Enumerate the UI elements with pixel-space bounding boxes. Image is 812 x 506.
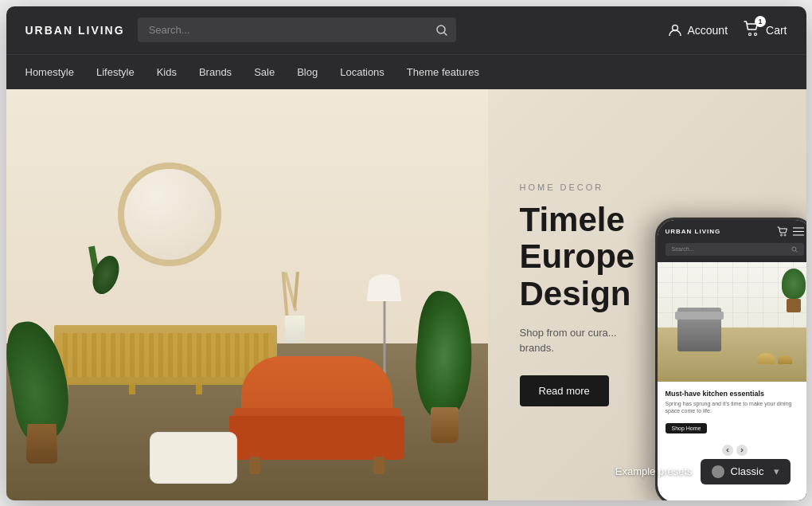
preset-selected-label: Classic — [731, 465, 764, 477]
nav-item-lifestyle[interactable]: Lifestyle — [96, 63, 135, 81]
nav-item-locations[interactable]: Locations — [340, 63, 385, 81]
preset-dropdown[interactable]: Classic ▾ — [701, 459, 791, 484]
account-button[interactable]: Account — [668, 23, 728, 37]
plant-leaves-right — [411, 289, 478, 421]
nav-item-homestyle[interactable]: Homestyle — [25, 63, 74, 81]
hero-subtitle: HOME DECOR — [520, 182, 783, 192]
search-wrapper — [138, 18, 456, 42]
preset-dot — [712, 465, 724, 478]
phone-next-button[interactable] — [736, 445, 748, 456]
browser-window: URBAN LIVING Account — [6, 6, 806, 500]
phone-mockup: URBAN LIVING — [655, 218, 806, 500]
phone-hero-image — [658, 262, 806, 382]
svg-point-3 — [749, 33, 751, 36]
plant-right — [408, 268, 480, 459]
svg-point-5 — [780, 234, 782, 236]
trailing-leaves — [88, 252, 123, 297]
nav-bar: Homestyle Lifestyle Kids Brands Sale Blo… — [6, 54, 806, 89]
nav-item-theme-features[interactable]: Theme features — [407, 63, 479, 81]
bowl2 — [778, 355, 792, 364]
search-input[interactable] — [138, 18, 456, 42]
vase-pampas — [277, 272, 317, 343]
phone-prev-button[interactable] — [722, 445, 733, 456]
phone-search-bar: Search... — [658, 243, 806, 262]
chair-seat — [229, 416, 404, 460]
main-content: HOME DECOR Timele Europe Design Shop fro… — [6, 89, 806, 500]
lamp-shade — [367, 274, 402, 301]
hero-section: HOME DECOR Timele Europe Design Shop fro… — [6, 89, 806, 500]
phone-brand: URBAN LIVING — [666, 228, 721, 235]
nav-item-brands[interactable]: Brands — [199, 63, 232, 81]
cart-badge: 1 — [755, 16, 766, 27]
phone-plant-pot — [787, 299, 801, 312]
search-button[interactable] — [435, 24, 448, 37]
header-actions: Account 1 Cart — [668, 21, 787, 39]
hero-image-panel — [6, 89, 488, 500]
phone-search-display: Search... — [666, 243, 804, 256]
phone-search-placeholder: Search... — [672, 246, 694, 252]
phone-nav: URBAN LIVING — [658, 220, 806, 243]
ottoman-body — [150, 432, 237, 484]
cart-label: Cart — [766, 24, 787, 37]
trailing-plant — [94, 255, 126, 303]
brand-logo: URBAN LIVING — [25, 24, 125, 37]
phone-nav-icons — [777, 226, 804, 237]
phone-cart-icon — [777, 226, 788, 237]
ottoman — [150, 432, 237, 484]
phone-card-text: Spring has sprung and it's time to make … — [666, 400, 804, 414]
account-label: Account — [687, 24, 728, 37]
nav-item-sale[interactable]: Sale — [254, 63, 275, 81]
phone-prev-icon — [724, 447, 731, 453]
mirror-decor — [118, 163, 221, 266]
site-header: URBAN LIVING Account — [6, 6, 806, 89]
espresso-machine — [677, 308, 721, 359]
sideboard-leg — [196, 385, 202, 394]
cart-button[interactable]: 1 Cart — [744, 21, 787, 39]
account-icon — [668, 23, 682, 37]
plant-left — [6, 296, 86, 480]
phone-next-icon — [739, 447, 745, 453]
machine-top — [675, 312, 724, 320]
pampas-stem2 — [293, 272, 299, 308]
top-bar: URBAN LIVING Account — [6, 6, 806, 54]
svg-line-1 — [443, 32, 447, 35]
chair-leg-right — [373, 457, 385, 474]
phone-card-title: Must-have kitchen essentials — [666, 390, 804, 398]
svg-point-6 — [784, 234, 786, 236]
phone-nav-dots — [658, 441, 806, 459]
nav-item-kids[interactable]: Kids — [157, 63, 177, 81]
chevron-down-icon: ▾ — [774, 465, 779, 477]
nav-item-blog[interactable]: Blog — [297, 63, 318, 81]
svg-line-11 — [795, 250, 797, 252]
bowl1 — [757, 353, 775, 364]
phone-menu-icon — [793, 227, 804, 236]
hero-text-panel: HOME DECOR Timele Europe Design Shop fro… — [488, 89, 806, 500]
vase-body — [285, 316, 305, 343]
phone-search-icon — [791, 246, 798, 253]
kitchen-bowls — [757, 353, 792, 364]
hero-cta-button[interactable]: Read more — [520, 375, 609, 406]
bottom-bar: Example presets Classic ▾ — [615, 459, 791, 484]
phone-plant-leaves — [782, 269, 806, 299]
search-icon — [435, 24, 448, 37]
plant-pot-right — [431, 407, 459, 443]
armchair — [229, 356, 404, 476]
phone-plant — [782, 269, 806, 312]
example-presets-label: Example presets — [615, 465, 693, 477]
phone-cta-button[interactable]: Shop Home — [666, 423, 708, 433]
sideboard-leg — [129, 385, 135, 394]
svg-point-4 — [755, 33, 757, 36]
phone-card: Must-have kitchen essentials Spring has … — [658, 382, 806, 441]
svg-point-10 — [792, 247, 796, 251]
chair-leg-left — [249, 457, 260, 474]
cart-icon-wrap: 1 — [744, 21, 761, 39]
plant-pot-left — [26, 424, 58, 464]
